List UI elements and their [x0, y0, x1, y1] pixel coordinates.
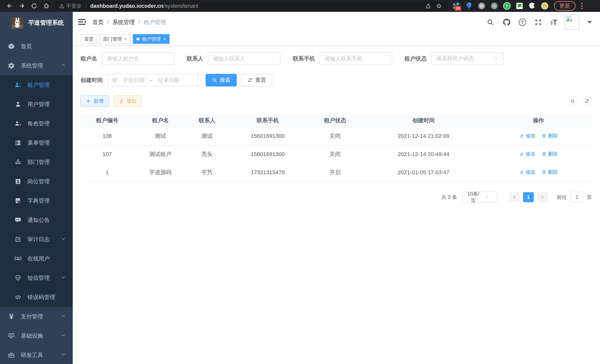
breadcrumb-separator: / — [107, 19, 109, 25]
chevron-right-icon — [540, 195, 545, 199]
url-text[interactable]: dashboard.yudao.iocoder.cn/system/tenant — [90, 3, 198, 9]
prev-page-button[interactable] — [509, 192, 520, 202]
sidebar-item-菜单管理[interactable]: 菜单管理 — [0, 133, 73, 152]
avatar[interactable] — [565, 15, 580, 30]
security-warning-label[interactable]: 不安全 — [66, 2, 82, 9]
calendar-icon — [112, 77, 117, 83]
help-icon[interactable]: ? — [519, 19, 526, 26]
collapse-sidebar-icon[interactable] — [78, 19, 86, 26]
extensions-puzzle-icon[interactable] — [528, 2, 536, 10]
page-size-select[interactable]: 10条/页 — [462, 192, 498, 203]
reset-button[interactable]: 重置 — [241, 74, 272, 86]
sidebar-item-label: 错误码管理 — [28, 293, 55, 301]
contact-input[interactable] — [208, 52, 281, 65]
sidebar-item-系统管理[interactable]: 系统管理 — [0, 56, 73, 75]
extension-yudao-icon[interactable]: Y — [503, 2, 511, 10]
sidebar-item-用户管理[interactable]: 用户管理 — [0, 95, 73, 114]
delete-link[interactable]: 删除 — [542, 132, 558, 139]
extension-badge: 10 — [455, 6, 461, 11]
sidebar-item-在线用户[interactable]: 在线用户 — [0, 249, 73, 268]
browser-menu-icon[interactable] — [579, 3, 585, 9]
toggle-search-button[interactable] — [568, 96, 578, 106]
next-page-button[interactable] — [537, 192, 548, 202]
not-secure-warning-icon[interactable] — [59, 3, 64, 8]
breadcrumb-item-系统管理[interactable]: 系统管理 — [112, 19, 135, 26]
extension-tabs-icon[interactable]: 10 — [452, 2, 460, 10]
sidebar-item-岗位管理[interactable]: 岗位管理 — [0, 172, 73, 191]
sidebar-item-首页[interactable]: 首页 — [0, 37, 73, 56]
tag-部门管理[interactable]: 部门管理× — [99, 34, 131, 44]
sidebar-item-基础设施[interactable]: 基础设施 — [0, 326, 73, 345]
cell-id: 1 — [81, 163, 134, 181]
edit-link[interactable]: 修改 — [519, 169, 536, 176]
home-icon[interactable] — [43, 2, 50, 10]
header-search-icon[interactable] — [486, 18, 495, 27]
tag-首页[interactable]: 首页 — [81, 34, 97, 44]
address-bar[interactable]: 不安全 dashboard.yudao.iocoder.cn/system/te… — [54, 1, 448, 10]
column-header-租户状态: 租户状态 — [308, 114, 362, 127]
gear-icon — [8, 62, 15, 69]
refresh-table-button[interactable] — [582, 96, 592, 106]
close-icon[interactable]: × — [124, 37, 127, 41]
create-time-range-picker[interactable]: - — [107, 74, 198, 86]
sidebar-item-研发工具[interactable]: 研发工具 — [0, 345, 73, 364]
sidebar-item-label: 租户管理 — [28, 81, 50, 89]
date-start-input[interactable] — [120, 77, 148, 83]
sidebar-item-字典管理[interactable]: 字典管理 — [0, 191, 73, 210]
mobile-input[interactable] — [319, 52, 392, 65]
goto-page-input[interactable] — [571, 192, 583, 203]
sidebar-item-角色管理[interactable]: 角色管理 — [0, 114, 73, 133]
sidebar-item-租户管理[interactable]: 租户管理 — [0, 75, 73, 95]
cell-contact: 测试 — [187, 127, 227, 145]
tag-租户管理[interactable]: 租户管理× — [133, 34, 169, 44]
sidebar-item-支付管理[interactable]: ¥支付管理 — [0, 307, 73, 326]
extension-balloon-icon[interactable] — [465, 2, 473, 10]
status-select[interactable]: 请选择租户状态 — [431, 52, 504, 65]
column-header-创建时间: 创建时间 — [362, 114, 485, 127]
download-icon — [119, 99, 124, 104]
extension-command-icon[interactable]: ⌘ — [478, 2, 486, 10]
app-logo[interactable]: 芋道管理系统 — [0, 12, 73, 34]
github-icon[interactable] — [502, 18, 511, 27]
delete-link[interactable]: 删除 — [542, 151, 558, 157]
delete-link[interactable]: 删除 — [542, 169, 558, 176]
yen-icon: ¥ — [8, 313, 15, 320]
page-1-button[interactable]: 1 — [523, 192, 534, 202]
extension-emoji-icon[interactable] — [541, 2, 549, 10]
sidebar-item-审计日志[interactable]: 审计日志 — [0, 230, 73, 249]
extension-recorder-icon[interactable] — [490, 2, 498, 10]
sidebar-item-通知公告[interactable]: 通知公告 — [0, 210, 73, 230]
cell-name: 芋道源码 — [134, 163, 187, 181]
share-icon[interactable] — [424, 2, 432, 10]
update-button[interactable]: 更新 — [554, 1, 575, 11]
edit-link[interactable]: 修改 — [519, 132, 536, 139]
cell-mobile: 17321315478 — [227, 163, 308, 181]
tenant-name-input[interactable] — [102, 52, 174, 65]
breadcrumb-item-首页[interactable]: 首页 — [92, 19, 103, 26]
reload-icon[interactable] — [30, 2, 38, 10]
extension-chat-icon[interactable] — [516, 2, 524, 10]
avatar-caret-icon[interactable] — [587, 21, 592, 24]
close-icon[interactable]: × — [163, 37, 166, 41]
users-icon — [14, 120, 21, 127]
sidebar-item-错误码管理[interactable]: 错误码管理 — [0, 288, 73, 307]
edit-link[interactable]: 修改 — [519, 151, 536, 157]
date-end-input[interactable] — [155, 77, 183, 83]
cell-status: 关闭 — [308, 127, 362, 145]
font-size-icon[interactable]: TT — [550, 18, 557, 27]
date-separator: - — [150, 77, 152, 83]
export-button[interactable]: 导出 — [113, 95, 142, 107]
create-time-label: 创建时间 — [81, 76, 103, 84]
forward-icon[interactable] — [18, 2, 26, 10]
sidebar-item-部门管理[interactable]: 部门管理 — [0, 152, 73, 172]
cell-created: 2021-12-14 20:49:44 — [362, 145, 485, 163]
sidebar-item-label: 角色管理 — [28, 120, 50, 127]
sidebar-item-短信管理[interactable]: 短信管理 — [0, 268, 73, 288]
browser-extensions: 10 ⌘ Y — [452, 2, 549, 10]
add-button[interactable]: 新增 — [81, 95, 109, 107]
back-icon[interactable] — [6, 2, 13, 10]
search-button[interactable]: 搜索 — [206, 74, 237, 86]
bookmark-star-icon[interactable] — [435, 2, 443, 10]
fullscreen-icon[interactable] — [534, 18, 543, 27]
column-header-租户编号: 租户编号 — [81, 114, 134, 127]
